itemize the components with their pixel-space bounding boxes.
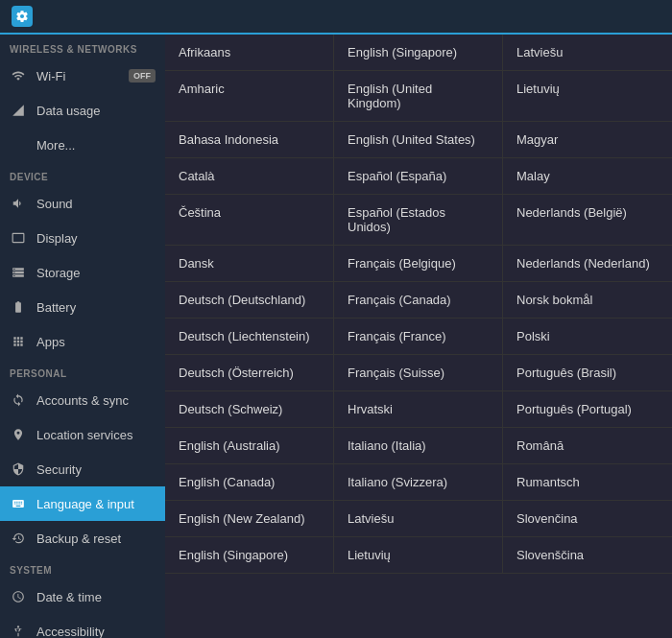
sidebar-item-label: Backup & reset [36,532,121,546]
sidebar-item-label: Battery [36,300,76,315]
table-row[interactable]: Deutsch (Liechtenstein)Français (France)… [165,319,672,355]
sidebar-item-label: Sound [36,197,73,211]
table-row[interactable]: CatalàEspañol (España)Malay [165,158,672,195]
table-row[interactable]: Bahasa IndonesiaEnglish (United States)M… [165,122,672,158]
list-item[interactable]: Français (Suisse) [334,355,503,390]
sidebar-item-date-time[interactable]: Date & time [0,579,165,614]
sidebar-item-label: Date & time [36,590,102,604]
sidebar-item-label: Location services [36,428,132,442]
list-item[interactable]: Bahasa Indonesia [165,122,334,157]
table-row[interactable]: AfrikaansEnglish (Singapore)Latviešu [165,35,672,71]
table-row[interactable]: English (Singapore)LietuviųSlovenščina [165,537,672,574]
clock-icon [10,588,27,605]
list-item[interactable]: Português (Portugal) [503,391,672,427]
sidebar-item-label: Accounts & sync [36,393,129,408]
data-icon [10,102,27,119]
list-item[interactable]: Polski [503,319,672,354]
list-item[interactable]: Nederlands (België) [503,195,672,245]
apps-icon [10,333,27,350]
sidebar-item-battery[interactable]: Battery [0,290,165,324]
list-item[interactable]: Latviešu [334,501,503,536]
list-item[interactable]: Hrvatski [334,391,503,427]
sidebar-item-language-input[interactable]: Language & input [0,486,165,521]
list-item[interactable]: Français (France) [334,319,503,354]
sidebar-item-apps[interactable]: Apps [0,324,165,359]
sidebar-section-label: WIRELESS & NETWORKS [0,35,165,59]
sidebar: WIRELESS & NETWORKS Wi-Fi OFF Data usage… [0,35,165,638]
list-item[interactable]: English (United States) [334,122,503,157]
sync-icon [10,391,27,409]
sidebar-item-backup-reset[interactable]: Backup & reset [0,521,165,555]
wifi-toggle[interactable]: OFF [129,69,156,83]
list-item[interactable]: English (Australia) [165,428,334,463]
table-row[interactable]: Deutsch (Schweiz)HrvatskiPortuguês (Port… [165,391,672,428]
list-item[interactable]: Nederlands (Nederland) [503,246,672,281]
list-item[interactable]: Amharic [165,71,334,121]
sidebar-item-label: Display [36,231,78,246]
list-item[interactable]: Magyar [503,122,672,157]
sidebar-item-accounts-sync[interactable]: Accounts & sync [0,383,165,417]
list-item[interactable]: Español (Estados Unidos) [334,195,503,245]
list-item[interactable]: Italiano (Svizzera) [334,464,503,500]
sidebar-item-data-usage[interactable]: Data usage [0,93,165,128]
list-item[interactable]: English (Singapore) [334,35,503,70]
list-item[interactable]: Slovenščina [503,537,672,573]
language-list: AfrikaansEnglish (Singapore)LatviešuAmha… [165,35,672,638]
sidebar-item-label: Apps [36,335,65,349]
more-icon [10,136,27,154]
table-row[interactable]: DanskFrançais (Belgique)Nederlands (Nede… [165,246,672,282]
table-row[interactable]: English (Australia)Italiano (Italia)Româ… [165,428,672,464]
list-item[interactable]: Português (Brasil) [503,355,672,390]
display-icon [10,229,27,247]
main-content: WIRELESS & NETWORKS Wi-Fi OFF Data usage… [0,35,672,638]
list-item[interactable]: Rumantsch [503,464,672,500]
table-row[interactable]: English (Canada)Italiano (Svizzera)Ruman… [165,464,672,501]
list-item[interactable]: Deutsch (Schweiz) [165,391,334,427]
list-item[interactable]: Malay [503,158,672,194]
list-item[interactable]: Català [165,158,334,194]
sidebar-item-sound[interactable]: Sound [0,186,165,221]
sound-icon [10,195,27,212]
sidebar-item-location-services[interactable]: Location services [0,417,165,452]
list-item[interactable]: Italiano (Italia) [334,428,503,463]
list-item[interactable]: Dansk [165,246,334,281]
sidebar-item-label: Language & input [36,497,134,511]
sidebar-item-label: Security [36,462,82,477]
sidebar-section-label: DEVICE [0,162,165,186]
list-item[interactable]: English (Singapore) [165,537,334,573]
list-item[interactable]: English (Canada) [165,464,334,500]
sidebar-section-label: PERSONAL [0,359,165,383]
sidebar-item-accessibility[interactable]: Accessibility [0,614,165,638]
list-item[interactable]: Français (Belgique) [334,246,503,281]
list-item[interactable]: Deutsch (Liechtenstein) [165,319,334,354]
sidebar-item-wifi[interactable]: Wi-Fi OFF [0,59,165,93]
table-row[interactable]: Deutsch (Deutschland)Français (Canada)No… [165,282,672,319]
sidebar-item-more[interactable]: More... [0,128,165,162]
sidebar-item-display[interactable]: Display [0,221,165,255]
table-row[interactable]: English (New Zealand)LatviešuSlovenčina [165,501,672,537]
list-item[interactable]: Lietuvių [334,537,503,573]
list-item[interactable]: Română [503,428,672,463]
sidebar-item-security[interactable]: Security [0,452,165,486]
list-item[interactable]: Afrikaans [165,35,334,70]
list-item[interactable]: Deutsch (Österreich) [165,355,334,390]
sidebar-item-storage[interactable]: Storage [0,255,165,290]
list-item[interactable]: Español (España) [334,158,503,194]
list-item[interactable]: Deutsch (Deutschland) [165,282,334,318]
list-item[interactable]: English (New Zealand) [165,501,334,536]
table-row[interactable]: ČeštinaEspañol (Estados Unidos)Nederland… [165,195,672,246]
table-row[interactable]: AmharicEnglish (United Kingdom)Lietuvių [165,71,672,122]
sidebar-item-label: More... [36,138,75,153]
list-item[interactable]: Norsk bokmål [503,282,672,318]
backup-icon [10,530,27,547]
list-item[interactable]: Français (Canada) [334,282,503,318]
sidebar-item-label: Accessibility [36,625,105,639]
table-row[interactable]: Deutsch (Österreich)Français (Suisse)Por… [165,355,672,391]
accessibility-icon [10,623,27,638]
list-item[interactable]: Latviešu [503,35,672,70]
list-item[interactable]: Slovenčina [503,501,672,536]
list-item[interactable]: Lietuvių [503,71,672,121]
list-item[interactable]: Čeština [165,195,334,245]
list-item[interactable]: English (United Kingdom) [334,71,503,121]
battery-icon [10,298,27,316]
